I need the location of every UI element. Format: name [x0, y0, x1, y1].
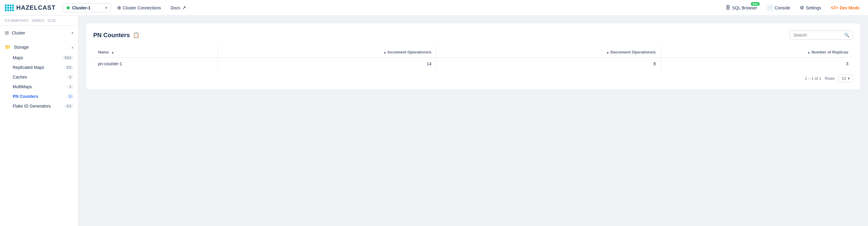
cell-decrement-ops: 8 — [436, 58, 661, 70]
col-header-num-replicas[interactable]: ▲ Number of Replicas — [661, 47, 853, 58]
sort-asc-icon-3: ▲ — [606, 51, 609, 54]
sidebar-item-multimaps[interactable]: MultiMaps 1 — [0, 82, 78, 91]
rows-per-page-select[interactable]: 10 ▾ — [838, 75, 853, 82]
topnav: HAZELCAST Cluster-1 ▾ ⊕ Cluster Connecti… — [0, 0, 868, 16]
console-icon: 📄 — [767, 5, 773, 10]
card-title: PN Counters — [93, 32, 130, 39]
rows-per-page-value: 10 — [842, 76, 846, 81]
sort-asc-icon-2: ▲ — [383, 51, 386, 54]
sidebar-multimaps-badge: 1 — [67, 85, 73, 89]
sql-browser-button[interactable]: 🗄 SQL Browser New — [722, 3, 761, 12]
chevron-down-icon: ▾ — [105, 6, 107, 10]
cell-name: pn-counter-1 — [93, 58, 218, 70]
sidebar-item-maps[interactable]: Maps 9/11 — [0, 53, 78, 62]
storage-icon: 📁 — [5, 44, 11, 50]
doc-icon[interactable]: 📋 — [133, 32, 140, 38]
plus-circle-icon: ⊕ — [117, 5, 121, 10]
rows-label: Rows — [825, 76, 835, 81]
cluster-status-indicator — [67, 6, 70, 9]
col-header-name[interactable]: Name ▲ — [93, 47, 218, 58]
cluster-icon: ⊞ — [5, 30, 9, 36]
cluster-connections-button[interactable]: ⊕ Cluster Connections — [114, 3, 164, 12]
table-header-row: Name ▲ ▲ Increment Operations/s ▲ Decrem… — [93, 47, 853, 58]
sidebar-storage-section: 📁 Storage ▴ Maps 9/11 Replicated Maps 1/… — [0, 40, 78, 112]
code-icon: </> — [831, 5, 838, 10]
docs-label: Docs — [170, 5, 180, 10]
logo: HAZELCAST — [5, 4, 56, 11]
database-icon: 🗄 — [725, 5, 731, 10]
pagination-range: 1 – 1 of 1 — [805, 76, 821, 81]
sidebar-cluster-label: Cluster — [12, 30, 68, 35]
sidebar-multimaps-label: MultiMaps — [13, 84, 67, 89]
sidebar-pn-counters-label: PN Counters — [13, 94, 67, 99]
chevron-down-icon: ▾ — [71, 31, 73, 35]
cell-num-replicas: 3 — [661, 58, 853, 70]
logo-grid-icon — [5, 4, 14, 11]
sidebar-caches-label: Caches — [13, 75, 67, 80]
settings-label: Settings — [806, 5, 821, 10]
gear-icon: ⚙ — [800, 5, 804, 10]
cluster-selector[interactable]: Cluster-1 ▾ — [63, 3, 111, 12]
col-header-increment-ops[interactable]: ▲ Increment Operations/s — [218, 47, 436, 58]
search-input[interactable] — [794, 33, 842, 37]
sidebar-item-cluster[interactable]: ⊞ Cluster ▾ — [0, 27, 78, 39]
card-header: PN Counters 📋 🔍 — [93, 30, 853, 39]
sidebar-item-caches[interactable]: Caches 1 — [0, 72, 78, 82]
pn-counters-card: PN Counters 📋 🔍 Name ▲ ▲ — [86, 23, 861, 90]
col-header-decrement-ops[interactable]: ▲ Decrement Operations/s — [436, 47, 661, 58]
settings-button[interactable]: ⚙ Settings — [796, 3, 825, 12]
sidebar-replicated-maps-label: Replicated Maps — [13, 65, 65, 70]
table-row[interactable]: pn-counter-1 14 8 3 — [93, 58, 853, 70]
sidebar-item-flake-id-generators[interactable]: Flake ID Generators 1/1 — [0, 101, 78, 111]
card-title-area: PN Counters 📋 — [93, 32, 140, 39]
sidebar-storage-label: Storage — [14, 45, 68, 50]
cell-increment-ops: 14 — [218, 58, 436, 70]
dev-mode-button[interactable]: </> Dev Mode — [827, 3, 863, 12]
sql-browser-label: SQL Browser — [732, 5, 757, 10]
sidebar-item-replicated-maps[interactable]: Replicated Maps 1/2 — [0, 62, 78, 72]
console-button[interactable]: 📄 Console — [763, 3, 794, 12]
layout: 5.0-SNAPSHOT · 10/09/21 · 12:33 ⊞ Cluste… — [0, 16, 868, 226]
sidebar-cluster-section: ⊞ Cluster ▾ — [0, 26, 78, 40]
sidebar-item-pn-counters[interactable]: PN Counters 1 — [0, 91, 78, 101]
sort-asc-icon: ▲ — [111, 51, 114, 54]
sort-asc-icon-4: ▲ — [807, 51, 810, 54]
chevron-up-icon: ▴ — [71, 45, 73, 49]
sidebar-replicated-maps-badge: 1/2 — [65, 65, 73, 69]
console-label: Console — [775, 5, 790, 10]
sidebar-maps-label: Maps — [13, 55, 63, 60]
sidebar-flake-id-label: Flake ID Generators — [13, 104, 65, 109]
docs-button[interactable]: Docs ↗ — [167, 3, 189, 12]
cluster-connections-label: Cluster Connections — [123, 5, 161, 10]
sidebar-version: 5.0-SNAPSHOT · 10/09/21 · 12:33 — [0, 16, 78, 26]
search-icon: 🔍 — [844, 33, 849, 37]
main-content: PN Counters 📋 🔍 Name ▲ ▲ — [79, 16, 868, 226]
new-badge: New — [751, 2, 760, 6]
pn-counters-table: Name ▲ ▲ Increment Operations/s ▲ Decrem… — [93, 47, 853, 70]
logo-text: HAZELCAST — [16, 4, 56, 11]
dev-mode-label: Dev Mode — [840, 5, 860, 10]
sidebar-pn-counters-badge: 1 — [67, 94, 73, 98]
sidebar-item-storage[interactable]: 📁 Storage ▴ — [0, 41, 78, 53]
pagination: 1 – 1 of 1 Rows 10 ▾ — [93, 70, 853, 82]
sidebar: 5.0-SNAPSHOT · 10/09/21 · 12:33 ⊞ Cluste… — [0, 16, 79, 226]
chevron-down-icon: ▾ — [848, 76, 850, 81]
sidebar-flake-id-badge: 1/1 — [65, 104, 73, 108]
external-link-icon: ↗ — [182, 5, 186, 10]
cluster-name: Cluster-1 — [72, 5, 103, 10]
sidebar-maps-badge: 9/11 — [63, 56, 73, 60]
search-box[interactable]: 🔍 — [789, 30, 853, 39]
sidebar-caches-badge: 1 — [67, 75, 73, 79]
